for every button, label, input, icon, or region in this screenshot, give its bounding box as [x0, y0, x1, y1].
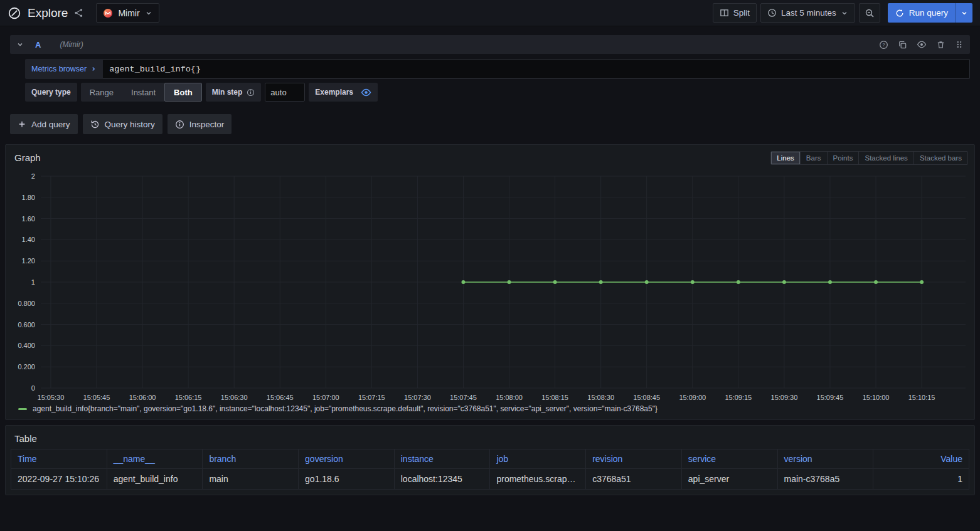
- svg-text:1.40: 1.40: [22, 236, 35, 243]
- cell-goversion: go1.18.6: [299, 469, 395, 490]
- refresh-icon: [895, 9, 904, 18]
- svg-text:15:06:15: 15:06:15: [175, 394, 202, 401]
- time-range-picker[interactable]: Last 5 minutes: [760, 3, 855, 23]
- split-button[interactable]: Split: [713, 3, 757, 23]
- time-series-chart[interactable]: 00.2000.4000.6000.80011.201.401.601.8021…: [6, 166, 974, 404]
- legend-series-label[interactable]: agent_build_info{branch="main", goversio…: [33, 404, 658, 413]
- query-type-option-instant[interactable]: Instant: [122, 83, 164, 102]
- col-value[interactable]: Value: [873, 450, 969, 469]
- svg-text:15:07:45: 15:07:45: [450, 394, 477, 401]
- svg-text:0.200: 0.200: [18, 363, 35, 371]
- col-service[interactable]: service: [681, 450, 777, 469]
- mode-lines[interactable]: Lines: [771, 152, 800, 164]
- mimir-logo-icon: [103, 8, 113, 18]
- time-range-label: Last 5 minutes: [781, 8, 836, 18]
- datasource-picker[interactable]: Mimir: [96, 3, 159, 23]
- disable-query-eye-icon[interactable]: [917, 39, 927, 50]
- svg-text:15:09:45: 15:09:45: [817, 394, 844, 401]
- metrics-browser-label: Metrics browser: [31, 65, 87, 73]
- mode-stacked-lines[interactable]: Stacked lines: [858, 152, 913, 164]
- query-type-option-range[interactable]: Range: [81, 83, 122, 102]
- page-title: Explore: [28, 6, 68, 20]
- query-type-option-both[interactable]: Both: [164, 83, 202, 102]
- cell-revision: c3768a51: [586, 469, 682, 490]
- mode-stacked-bars[interactable]: Stacked bars: [913, 152, 967, 164]
- drag-handle-icon[interactable]: [955, 40, 964, 49]
- svg-text:15:09:15: 15:09:15: [725, 394, 752, 401]
- mode-points[interactable]: Points: [827, 152, 859, 164]
- series-legend[interactable]: agent_build_info{branch="main", goversio…: [6, 404, 974, 419]
- svg-text:1.20: 1.20: [22, 257, 35, 265]
- min-step-label: Min step: [212, 88, 243, 97]
- svg-text:15:08:00: 15:08:00: [496, 394, 523, 401]
- run-query-button[interactable]: Run query: [888, 3, 956, 23]
- svg-text:0.800: 0.800: [18, 300, 35, 307]
- svg-text:15:06:00: 15:06:00: [129, 394, 156, 401]
- chevron-down-icon: [961, 9, 968, 17]
- history-icon: [90, 120, 100, 129]
- query-expression-input[interactable]: [103, 59, 970, 79]
- svg-text:?: ?: [882, 42, 885, 48]
- table-panel-title: Table: [14, 433, 37, 444]
- info-circle-icon[interactable]: [247, 88, 255, 97]
- search-minus-icon: [865, 8, 875, 18]
- query-type-label: Query type: [25, 83, 77, 102]
- svg-text:1: 1: [31, 278, 35, 286]
- svg-text:15:07:00: 15:07:00: [312, 394, 339, 401]
- add-query-button[interactable]: Add query: [10, 114, 78, 134]
- metrics-browser-button[interactable]: Metrics browser: [25, 59, 103, 79]
- min-step-input[interactable]: [265, 83, 305, 102]
- col-name[interactable]: __name__: [107, 450, 203, 469]
- graph-mode-toggle: Lines Bars Points Stacked lines Stacked …: [770, 151, 968, 165]
- chart-canvas[interactable]: 00.2000.4000.6000.80011.201.401.601.8021…: [11, 167, 969, 404]
- collapse-query-row-icon[interactable]: [16, 41, 24, 48]
- help-icon[interactable]: ?: [879, 40, 888, 50]
- table-row: 2022-09-27 15:10:26 agent_build_info mai…: [11, 469, 969, 490]
- split-label: Split: [733, 8, 750, 18]
- query-history-button[interactable]: Query history: [83, 114, 162, 134]
- svg-text:15:07:15: 15:07:15: [358, 394, 385, 401]
- svg-text:15:08:30: 15:08:30: [587, 394, 614, 401]
- share-icon[interactable]: [74, 8, 83, 18]
- copy-query-icon[interactable]: [898, 40, 907, 50]
- query-editor: A (Mimir) ? Metrics browser: [0, 26, 980, 134]
- svg-text:15:09:00: 15:09:00: [679, 394, 706, 401]
- chevron-right-icon: [90, 66, 97, 72]
- col-branch[interactable]: branch: [203, 450, 299, 469]
- col-goversion[interactable]: goversion: [299, 450, 395, 469]
- plus-icon: [18, 120, 26, 129]
- col-time[interactable]: Time: [11, 450, 107, 469]
- svg-text:15:10:15: 15:10:15: [908, 394, 935, 401]
- query-ref-id[interactable]: A: [35, 40, 41, 50]
- remove-query-trash-icon[interactable]: [936, 40, 945, 50]
- col-job[interactable]: job: [490, 450, 586, 469]
- col-revision[interactable]: revision: [586, 450, 682, 469]
- run-query-split-button: Run query: [888, 3, 972, 23]
- exemplars-eye-icon[interactable]: [361, 87, 371, 98]
- graph-panel-title: Graph: [14, 152, 41, 163]
- svg-text:15:08:15: 15:08:15: [541, 394, 568, 401]
- svg-text:0: 0: [31, 384, 35, 392]
- chevron-down-icon: [145, 9, 152, 17]
- svg-text:15:10:00: 15:10:00: [863, 394, 890, 401]
- run-query-caret-button[interactable]: [956, 3, 972, 23]
- svg-text:1.60: 1.60: [22, 215, 35, 223]
- grafana-logo-icon: [8, 6, 21, 20]
- query-type-radio-group: Range Instant Both: [81, 83, 202, 102]
- cell-branch: main: [203, 469, 299, 490]
- cell-value: 1: [873, 469, 969, 490]
- mode-bars[interactable]: Bars: [800, 152, 827, 164]
- svg-text:15:05:45: 15:05:45: [83, 394, 110, 401]
- svg-text:15:06:30: 15:06:30: [221, 394, 248, 401]
- col-instance[interactable]: instance: [394, 450, 490, 469]
- topbar: Explore Mimir Split: [0, 0, 980, 26]
- query-history-label: Query history: [105, 120, 155, 129]
- svg-text:15:06:45: 15:06:45: [267, 394, 294, 401]
- svg-text:2: 2: [31, 172, 35, 180]
- zoom-out-button[interactable]: [859, 3, 880, 23]
- inspector-label: Inspector: [189, 120, 225, 129]
- col-version[interactable]: version: [777, 450, 873, 469]
- inspector-button[interactable]: Inspector: [168, 114, 232, 134]
- svg-text:15:05:30: 15:05:30: [38, 394, 65, 401]
- cell-name: agent_build_info: [107, 469, 203, 490]
